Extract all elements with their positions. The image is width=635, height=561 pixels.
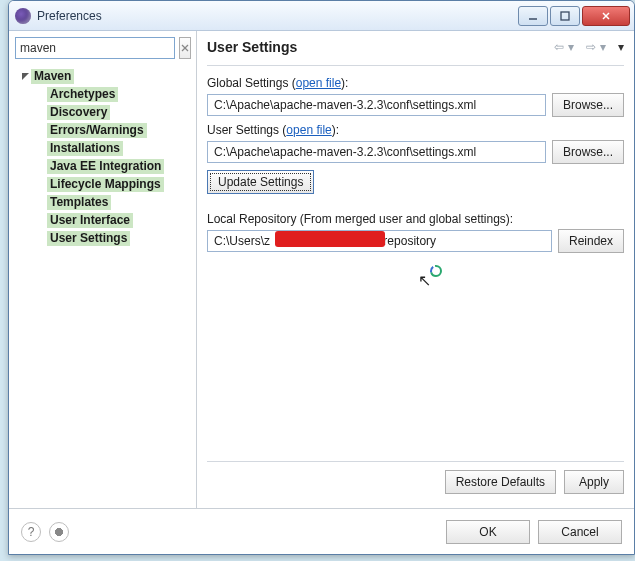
ok-button[interactable]: OK (446, 520, 530, 544)
apply-button[interactable]: Apply (564, 470, 624, 494)
progress-spinner-icon: ↖ (422, 269, 438, 285)
tree-node-java-ee-integration[interactable]: Java EE Integration (43, 157, 190, 175)
maximize-button[interactable] (550, 6, 580, 26)
preferences-tree[interactable]: Maven Archetypes Discovery Errors/Warnin… (15, 65, 190, 502)
tree-node-maven[interactable]: Maven (15, 67, 190, 85)
close-button[interactable] (582, 6, 630, 26)
tree-node-templates[interactable]: Templates (43, 193, 190, 211)
global-settings-browse-button[interactable]: Browse... (552, 93, 624, 117)
tree-node-user-interface[interactable]: User Interface (43, 211, 190, 229)
user-settings-open-link[interactable]: open file (286, 123, 331, 137)
preferences-window: Preferences (8, 0, 635, 555)
tree-node-archetypes[interactable]: Archetypes (43, 85, 190, 103)
tree-node-errors-warnings[interactable]: Errors/Warnings (43, 121, 190, 139)
nav-back-icon[interactable]: ⇦ (554, 40, 564, 54)
titlebar: Preferences (9, 1, 634, 31)
filter-input[interactable] (15, 37, 175, 59)
user-settings-label: User Settings (open file): (207, 123, 624, 137)
clear-filter-button[interactable] (179, 37, 191, 59)
restore-defaults-button[interactable]: Restore Defaults (445, 470, 556, 494)
page-title: User Settings (207, 39, 554, 55)
local-repo-label: Local Repository (From merged user and g… (207, 212, 624, 226)
local-repo-input[interactable] (207, 230, 552, 252)
cancel-button[interactable]: Cancel (538, 520, 622, 544)
svg-marker-6 (22, 73, 29, 80)
import-export-icon[interactable] (49, 522, 69, 542)
global-settings-label: Global Settings (open file): (207, 76, 624, 90)
app-icon (15, 8, 31, 24)
update-settings-button[interactable]: Update Settings (207, 170, 314, 194)
minimize-button[interactable] (518, 6, 548, 26)
content-pane: User Settings ⇦▾ ⇨▾ ▾ Global Settings (o… (197, 31, 634, 508)
view-menu-icon[interactable]: ▾ (618, 40, 624, 54)
preferences-sidebar: Maven Archetypes Discovery Errors/Warnin… (9, 31, 197, 508)
help-icon[interactable]: ? (21, 522, 41, 542)
reindex-button[interactable]: Reindex (558, 229, 624, 253)
user-settings-input[interactable] (207, 141, 546, 163)
tree-collapse-icon[interactable] (19, 72, 31, 81)
tree-node-installations[interactable]: Installations (43, 139, 190, 157)
global-settings-input[interactable] (207, 94, 546, 116)
dialog-button-bar: ? OK Cancel (9, 508, 634, 554)
global-settings-open-link[interactable]: open file (296, 76, 341, 90)
nav-back-menu-icon[interactable]: ▾ (568, 40, 574, 54)
svg-rect-1 (561, 12, 569, 20)
nav-forward-icon[interactable]: ⇨ (586, 40, 596, 54)
tree-node-lifecycle-mappings[interactable]: Lifecycle Mappings (43, 175, 190, 193)
tree-node-user-settings[interactable]: User Settings (43, 229, 190, 247)
nav-forward-menu-icon[interactable]: ▾ (600, 40, 606, 54)
user-settings-browse-button[interactable]: Browse... (552, 140, 624, 164)
tree-node-discovery[interactable]: Discovery (43, 103, 190, 121)
window-title: Preferences (37, 9, 516, 23)
